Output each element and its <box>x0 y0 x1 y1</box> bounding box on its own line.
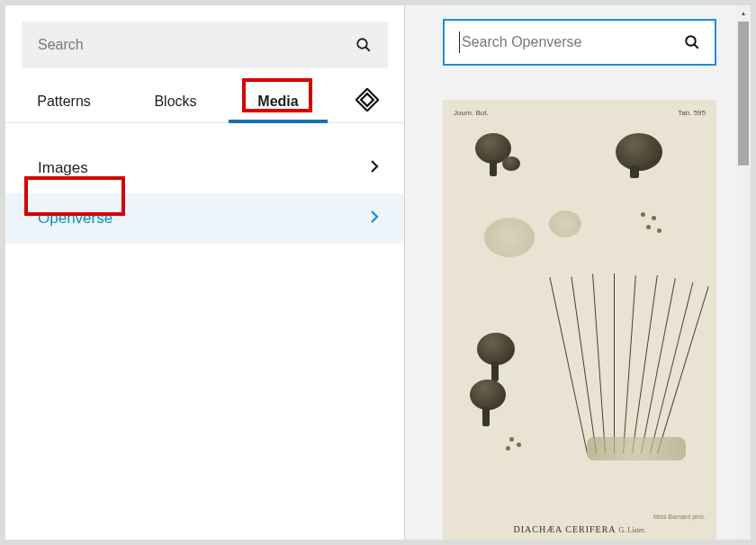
pattern-explorer-button[interactable] <box>346 88 388 119</box>
tab-media-label: Media <box>257 94 298 109</box>
search-input[interactable] <box>38 37 356 53</box>
search-icon[interactable] <box>684 34 700 50</box>
plate-caption-author: G. Lister. <box>619 526 646 534</box>
svg-point-4 <box>686 36 696 46</box>
tab-media[interactable]: Media <box>229 85 328 122</box>
plate-header-left: Journ. Bot. <box>454 109 489 117</box>
plate-caption: DIACHÆA CERIFERA G. Lister. <box>452 519 707 534</box>
list-item-openverse[interactable]: Openverse <box>5 193 404 244</box>
openverse-panel: Journ. Bot. Tab. 595 <box>405 5 736 540</box>
inserter-panel: Patterns Blocks Media Ima <box>5 5 405 540</box>
tabs: Patterns Blocks Media <box>5 68 404 123</box>
list-item-images[interactable]: Images <box>5 143 404 193</box>
svg-point-0 <box>357 39 367 49</box>
svg-rect-3 <box>361 94 374 106</box>
vertical-scrollbar[interactable]: ▴ <box>736 5 751 540</box>
chevron-right-icon <box>370 210 379 228</box>
scrollbar-up-icon[interactable]: ▴ <box>736 5 751 20</box>
list-item-label: Openverse <box>38 210 370 228</box>
plate-header: Journ. Bot. Tab. 595 <box>452 109 707 121</box>
list-item-label: Images <box>38 159 370 177</box>
svg-line-5 <box>694 44 698 49</box>
media-categories: Images Openverse <box>5 123 404 244</box>
openverse-search-input[interactable] <box>462 34 684 50</box>
svg-line-1 <box>365 47 370 51</box>
search-field[interactable] <box>22 22 388 68</box>
tab-patterns[interactable]: Patterns <box>5 85 122 122</box>
tab-blocks[interactable]: Blocks <box>122 85 229 122</box>
plate-illustration <box>452 121 707 519</box>
svg-rect-2 <box>356 89 379 112</box>
plate-credit: Miss Barnard pinx. <box>653 514 706 520</box>
scrollbar-thumb[interactable] <box>738 22 749 165</box>
search-icon[interactable] <box>356 37 372 53</box>
plate-caption-main: DIACHÆA CERIFERA <box>513 524 616 534</box>
workspace: ▴ Patterns Blocks Media <box>0 0 756 545</box>
openverse-search-field[interactable] <box>443 19 716 66</box>
text-cursor <box>459 31 460 53</box>
openverse-result-image[interactable]: Journ. Bot. Tab. 595 <box>443 100 716 540</box>
chevron-right-icon <box>370 159 379 178</box>
plate-header-right: Tab. 595 <box>678 109 706 117</box>
